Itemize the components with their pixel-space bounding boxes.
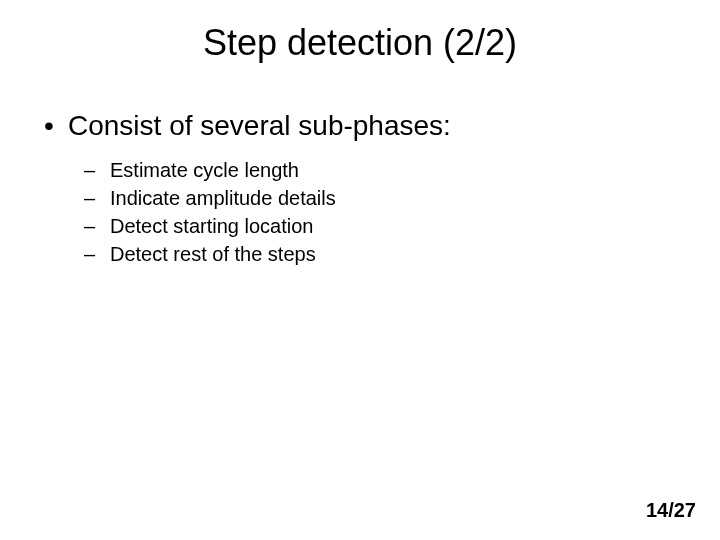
bullet-item: • Consist of several sub-phases: <box>40 110 680 142</box>
sub-bullet-text: Detect rest of the steps <box>110 240 316 268</box>
slide-body: • Consist of several sub-phases: – Estim… <box>40 110 680 268</box>
sub-bullet-item: – Indicate amplitude details <box>84 184 680 212</box>
sub-bullet-text: Indicate amplitude details <box>110 184 336 212</box>
dash-icon: – <box>84 156 110 184</box>
dash-icon: – <box>84 184 110 212</box>
sub-bullet-list: – Estimate cycle length – Indicate ampli… <box>84 156 680 268</box>
page-number: 14/27 <box>646 499 696 522</box>
sub-bullet-item: – Detect starting location <box>84 212 680 240</box>
bullet-text: Consist of several sub-phases: <box>68 110 451 142</box>
slide: Step detection (2/2) • Consist of severa… <box>0 0 720 540</box>
sub-bullet-item: – Detect rest of the steps <box>84 240 680 268</box>
slide-title: Step detection (2/2) <box>0 22 720 64</box>
sub-bullet-text: Detect starting location <box>110 212 313 240</box>
bullet-icon: • <box>40 110 68 142</box>
dash-icon: – <box>84 240 110 268</box>
dash-icon: – <box>84 212 110 240</box>
sub-bullet-item: – Estimate cycle length <box>84 156 680 184</box>
sub-bullet-text: Estimate cycle length <box>110 156 299 184</box>
